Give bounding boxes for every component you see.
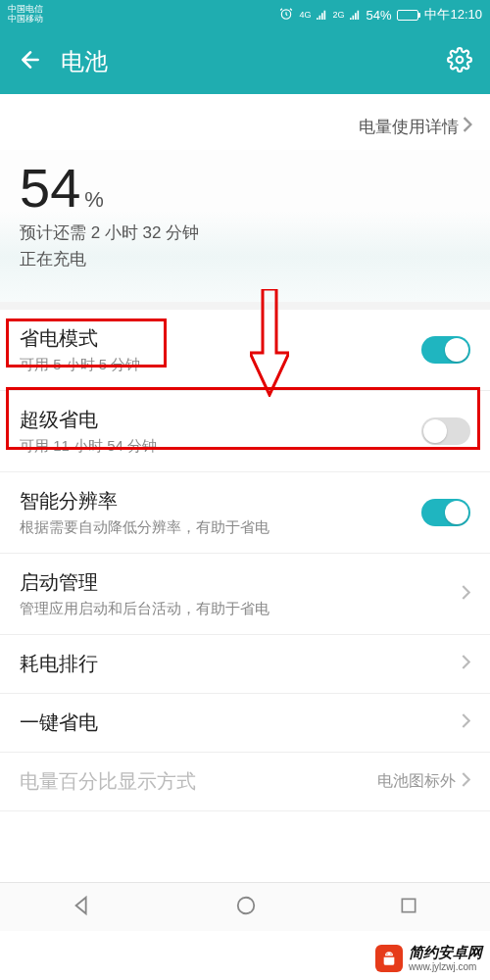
battery-status: 正在充电 (20, 248, 470, 270)
item-title: 电量百分比显示方式 (20, 768, 377, 795)
item-value: 电池图标外 (377, 771, 456, 792)
watermark: 简约安卓网 www.jylzwj.com (375, 945, 482, 972)
one-click-power-save[interactable]: 一键省电 (0, 694, 490, 753)
item-title: 超级省电 (20, 407, 421, 433)
nav-back-icon[interactable] (72, 895, 93, 920)
signal-bars-1-icon (317, 8, 326, 23)
battery-percent-display[interactable]: 电量百分比显示方式 电池图标外 (0, 753, 490, 811)
smart-resolution-toggle[interactable] (421, 499, 470, 526)
chevron-right-icon (462, 585, 470, 604)
item-title: 省电模式 (20, 325, 421, 352)
signal-2: 2G (332, 10, 344, 20)
watermark-url: www.jylzwj.com (409, 961, 482, 972)
svg-point-2 (238, 897, 255, 913)
item-sub: 管理应用启动和后台活动，有助于省电 (20, 600, 462, 618)
item-title: 一键省电 (20, 710, 462, 736)
nav-home-icon[interactable] (235, 895, 257, 920)
gear-icon[interactable] (447, 47, 472, 76)
battery-estimate: 预计还需 2 小时 32 分钟 (20, 221, 470, 244)
svg-point-4 (386, 954, 387, 955)
status-bar: 中国电信 中国移动 4G 2G 54% 中午12:10 (0, 0, 490, 29)
item-title: 耗电排行 (20, 651, 462, 677)
chevron-right-icon (463, 117, 472, 137)
battery-summary: 54 % 预计还需 2 小时 32 分钟 正在充电 (0, 150, 490, 302)
battery-percent-sb: 54% (366, 8, 391, 23)
back-icon[interactable] (18, 47, 43, 76)
item-title: 启动管理 (20, 569, 462, 596)
watermark-title: 简约安卓网 (409, 945, 482, 961)
usage-details-label: 电量使用详情 (359, 116, 459, 138)
power-usage-ranking[interactable]: 耗电排行 (0, 635, 490, 694)
signal-1: 4G (299, 10, 311, 20)
usage-details-link[interactable]: 电量使用详情 (0, 94, 490, 150)
item-sub: 根据需要自动降低分辨率，有助于省电 (20, 518, 421, 537)
watermark-logo-icon (375, 945, 403, 972)
carrier-2: 中国移动 (8, 15, 43, 24)
nav-recent-icon[interactable] (399, 896, 418, 919)
svg-point-5 (390, 954, 391, 955)
page-title: 电池 (61, 46, 429, 77)
power-saving-toggle[interactable] (421, 336, 470, 364)
item-sub: 可用 5 小时 5 分钟 (20, 356, 421, 374)
item-sub: 可用 11 小时 54 分钟 (20, 437, 421, 456)
chevron-right-icon (462, 655, 470, 673)
navigation-bar (0, 882, 490, 931)
clock: 中午12:10 (424, 6, 482, 24)
ultra-power-saving[interactable]: 超级省电 可用 11 小时 54 分钟 (0, 391, 490, 472)
battery-unit: % (84, 187, 104, 213)
item-title: 智能分辨率 (20, 488, 421, 514)
chevron-right-icon (462, 713, 470, 732)
svg-rect-3 (403, 899, 416, 911)
settings-list: 省电模式 可用 5 小时 5 分钟 超级省电 可用 11 小时 54 分钟 智能… (0, 310, 490, 811)
app-bar: 电池 (0, 29, 490, 94)
signal-bars-2-icon (350, 8, 360, 23)
alarm-icon (279, 7, 293, 24)
ultra-power-saving-toggle[interactable] (421, 417, 470, 445)
battery-value: 54 (20, 156, 80, 220)
startup-management[interactable]: 启动管理 管理应用启动和后台活动，有助于省电 (0, 554, 490, 635)
battery-icon (397, 10, 418, 21)
chevron-right-icon (462, 772, 470, 791)
smart-resolution[interactable]: 智能分辨率 根据需要自动降低分辨率，有助于省电 (0, 472, 490, 554)
svg-point-1 (457, 57, 464, 64)
power-saving-mode[interactable]: 省电模式 可用 5 小时 5 分钟 (0, 310, 490, 391)
